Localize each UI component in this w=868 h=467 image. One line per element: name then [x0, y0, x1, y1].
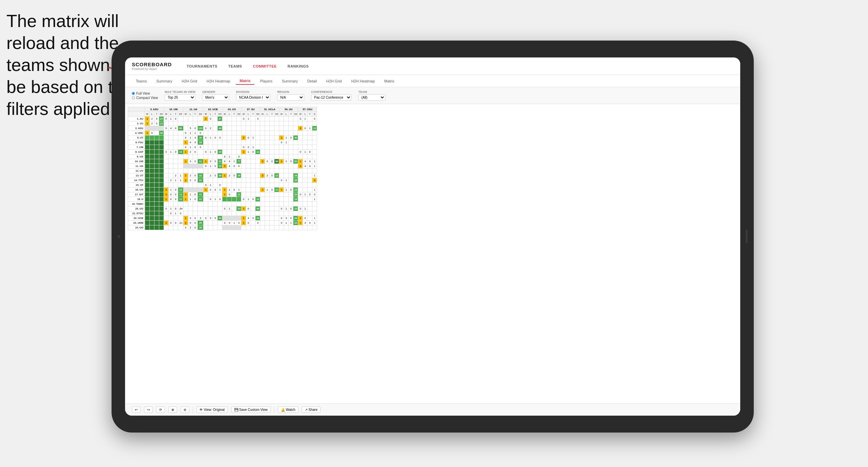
team-select[interactable]: (All)	[358, 94, 385, 101]
matrix-cell	[265, 164, 270, 169]
matrix-cell	[237, 131, 241, 136]
matrix-cell	[193, 211, 197, 216]
matrix-cell	[256, 178, 260, 183]
sub-nav-summary2[interactable]: Summary	[278, 78, 302, 84]
nav-teams[interactable]: TEAMS	[223, 62, 247, 70]
matrix-cell	[208, 211, 213, 216]
matrix-cell: 0	[308, 221, 312, 225]
matrix-cell: 11	[274, 188, 279, 192]
reset-button[interactable]: ⟳	[156, 407, 165, 413]
matrix-cell: 48	[218, 126, 222, 131]
matrix-cell	[145, 178, 150, 183]
table-row: 20. UG010-34012310400101501	[128, 206, 317, 211]
undo-button[interactable]: ↩	[132, 407, 141, 413]
matrix-cell	[284, 121, 289, 126]
matrix-cell	[227, 136, 232, 140]
matrix-cell	[308, 202, 312, 206]
matrix-cell: 2	[188, 178, 193, 183]
matrix-cell	[203, 154, 208, 159]
full-view-radio[interactable]: Full View	[132, 92, 158, 95]
division-select[interactable]: NCAA Division I	[236, 94, 270, 101]
matrix-cell	[303, 169, 308, 173]
matrix-cell	[260, 169, 265, 173]
matrix-table-container[interactable]: 3. ASU 10. UW 11. UA 22. UCB 24. UO 27. …	[125, 104, 740, 403]
matrix-cell	[237, 197, 241, 202]
matrix-cell	[232, 117, 237, 121]
matrix-cell: 0	[308, 164, 312, 169]
sub-nav-players[interactable]: Players	[256, 78, 276, 84]
matrix-cell: 2	[188, 225, 193, 230]
matrix-cell: -34	[178, 206, 184, 211]
matrix-cell: 0	[213, 164, 218, 169]
matrix-cell	[232, 197, 237, 202]
redo-button[interactable]: ↪	[144, 407, 153, 413]
matrix-cell: 2	[265, 173, 270, 178]
matrix-cell: 0	[246, 136, 251, 140]
zoom-out-button[interactable]: ⊖	[180, 407, 189, 413]
matrix-cell	[256, 169, 260, 173]
matrix-cell	[265, 202, 270, 206]
matrix-cell: 3	[208, 159, 213, 164]
matrix-cell	[178, 145, 184, 150]
watch-button[interactable]: 🔔 Watch	[278, 407, 298, 413]
sub-uu-t: T	[289, 112, 293, 117]
sub-nav-h2h-heatmap1[interactable]: H2H Heatmap	[202, 78, 234, 84]
conference-select[interactable]: Pac-12 Conference	[311, 94, 352, 101]
sub-nav-detail[interactable]: Detail	[303, 78, 321, 84]
matrix-cell	[164, 164, 169, 169]
matrix-cell	[260, 150, 265, 154]
region-select[interactable]: N/A	[277, 94, 304, 101]
matrix-cell: 0	[154, 117, 159, 121]
matrix-cell	[274, 121, 279, 126]
matrix-cell	[246, 169, 251, 173]
sub-nav-matrix2[interactable]: Matrix	[380, 78, 399, 84]
matrix-cell	[270, 192, 274, 197]
save-custom-button[interactable]: 💾 Save Custom View	[231, 407, 271, 413]
matrix-cell: 0	[298, 192, 303, 197]
matrix-cell: 0	[237, 154, 241, 159]
nav-committee[interactable]: COMMITTEE	[248, 62, 282, 70]
compact-view-radio[interactable]: Compact View	[132, 96, 158, 100]
matrix-cell: 0	[203, 136, 208, 140]
share-button[interactable]: ↗ Share	[302, 407, 321, 413]
matrix-cell	[241, 211, 246, 216]
matrix-cell	[145, 159, 150, 164]
sub-nav-teams[interactable]: Teams	[132, 78, 151, 84]
matrix-cell	[150, 136, 154, 140]
full-view-label: Full View	[136, 92, 150, 95]
nav-tournaments[interactable]: TOURNAMENTS	[182, 62, 222, 70]
matrix-cell: 0	[193, 173, 197, 178]
zoom-in-button[interactable]: ⊕	[168, 407, 177, 413]
nav-rankings[interactable]: RANKINGS	[283, 62, 314, 70]
matrix-cell	[154, 192, 159, 197]
matrix-cell	[208, 221, 213, 225]
matrix-cell	[312, 183, 317, 188]
matrix-cell	[154, 164, 159, 169]
gender-select[interactable]: Men's	[202, 94, 229, 101]
matrix-cell: 2	[298, 164, 303, 169]
sub-nav-h2h-grid1[interactable]: H2H Grid	[177, 78, 201, 84]
sub-ucla-t: T	[270, 112, 274, 117]
matrix-cell	[222, 131, 227, 136]
matrix-cell	[145, 164, 150, 169]
sub-nav-matrix1[interactable]: Matrix	[236, 77, 255, 85]
matrix-cell: 4	[227, 164, 232, 169]
sub-nav-summary1[interactable]: Summary	[152, 78, 176, 84]
sub-nav-h2h-heatmap2[interactable]: H2H Heatmap	[347, 78, 379, 84]
matrix-cell	[197, 169, 203, 173]
sub-uw-dif: Dif	[178, 112, 184, 117]
matrix-cell: 4	[303, 221, 308, 225]
matrix-cell: 0	[193, 216, 197, 221]
sub-asu-dif: Dif	[159, 112, 164, 117]
toolbar-bottom: ↩ ↪ ⟳ ⊕ ⊖ 👁 View: Original	[125, 403, 740, 416]
max-teams-select[interactable]: Top 25	[165, 94, 195, 101]
matrix-cell: 1	[169, 150, 173, 154]
matrix-cell	[256, 121, 260, 126]
sub-nav-h2h-grid2[interactable]: H2H Grid	[322, 78, 346, 84]
matrix-cell	[293, 211, 298, 216]
row-header: 18. U	[128, 197, 145, 202]
matrix-cell	[169, 159, 173, 164]
view-original-button[interactable]: 👁 View: Original	[196, 407, 228, 413]
matrix-cell: 66	[274, 159, 279, 164]
matrix-cell	[203, 225, 208, 230]
